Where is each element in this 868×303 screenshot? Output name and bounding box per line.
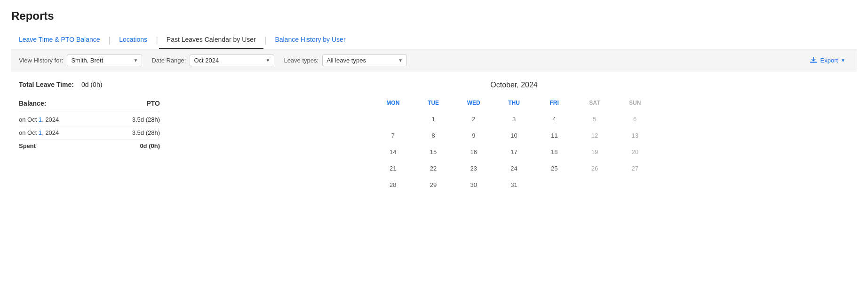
balance-row-2: on Oct 1, 2024 3.5d (28h) — [19, 126, 160, 140]
cal-header-thu: THU — [494, 97, 534, 109]
view-history-label: View History for: — [19, 57, 63, 64]
cal-header-sat: SAT — [574, 97, 615, 109]
balance-row-1-date: on Oct 1, 2024 — [19, 116, 59, 123]
user-select-value: Smith, Brett — [71, 57, 103, 64]
date-range-label: Date Range: — [151, 57, 186, 64]
leave-types-chevron: ▼ — [398, 58, 403, 63]
calendar-body: 1234567891011121314151617181920212223242… — [373, 111, 655, 193]
calendar-cell-w2-d6: 20 — [615, 144, 655, 160]
export-label: Export — [820, 57, 838, 64]
total-leave-label: Total Leave Time: — [19, 81, 74, 88]
calendar-cell-w1-d5: 12 — [574, 127, 615, 144]
calendar-cell-w1-d6: 13 — [615, 127, 655, 144]
calendar-cell-w0-d2: 2 — [454, 111, 494, 127]
calendar-cell-w2-d2: 16 — [454, 144, 494, 160]
balance-label: Balance: — [19, 100, 46, 107]
calendar-cell-w3-d1: 22 — [413, 160, 454, 177]
cal-header-sun: SUN — [615, 97, 655, 109]
calendar-cell-w4-d4 — [534, 177, 574, 193]
total-leave-section: Total Leave Time: 0d (0h) — [19, 81, 160, 88]
calendar-cell-w4-d2: 30 — [454, 177, 494, 193]
page-title: Reports — [11, 9, 857, 23]
cal-header-tue: TUE — [413, 97, 454, 109]
cal-header-mon: MON — [373, 97, 414, 109]
calendar-cell-w4-d0: 28 — [373, 177, 414, 193]
calendar-cell-w0-d1: 1 — [413, 111, 454, 127]
total-leave-value: 0d (0h) — [81, 81, 102, 88]
balance-col-header: PTO — [122, 100, 160, 107]
calendar-cell-w4-d1: 29 — [413, 177, 454, 193]
spent-label: Spent — [19, 142, 36, 149]
calendar-cell-w0-d6: 6 — [615, 111, 655, 127]
calendar-cell-w1-d2: 9 — [454, 127, 494, 144]
calendar-cell-w0-d0 — [373, 111, 414, 127]
tab-separator-1: | — [108, 36, 112, 44]
calendar-cell-w3-d6: 27 — [615, 160, 655, 177]
main-content: Total Leave Time: 0d (0h) Balance: PTO o… — [11, 71, 857, 202]
calendar-cell-w0-d4: 4 — [534, 111, 574, 127]
svg-rect-0 — [810, 62, 816, 63]
cal-header-wed: WED — [454, 97, 494, 109]
calendar-title: October, 2024 — [179, 81, 849, 89]
calendar-cell-w0-d5: 5 — [574, 111, 615, 127]
filter-bar: View History for: Smith, Brett ▼ Date Ra… — [11, 49, 857, 71]
spent-row: Spent 0d (0h) — [19, 140, 160, 152]
date-range-value: Oct 2024 — [194, 57, 219, 64]
calendar-cell-w3-d5: 26 — [574, 160, 615, 177]
user-select[interactable]: Smith, Brett ▼ — [67, 54, 142, 66]
tab-locations[interactable]: Locations — [111, 31, 155, 49]
balance-row-1: on Oct 1, 2024 3.5d (28h) — [19, 113, 160, 126]
calendar-cell-w2-d5: 19 — [574, 144, 615, 160]
export-button[interactable]: Export ▼ — [805, 54, 849, 66]
page-container: Reports Leave Time & PTO Balance | Locat… — [0, 0, 868, 212]
calendar-grid: MON TUE WED THU FRI SAT SUN 123456789101… — [373, 97, 655, 193]
balance-header: Balance: PTO — [19, 100, 160, 111]
calendar-cell-w3-d0: 21 — [373, 160, 414, 177]
tab-separator-2: | — [155, 36, 159, 44]
leave-types-select[interactable]: All leave types ▼ — [322, 54, 407, 66]
balance-row-1-link[interactable]: 1 — [39, 116, 42, 123]
calendar-header-row: MON TUE WED THU FRI SAT SUN — [373, 97, 655, 109]
calendar-cell-w3-d4: 25 — [534, 160, 574, 177]
calendar-cell-w0-d3: 3 — [494, 111, 534, 127]
balance-row-2-date: on Oct 1, 2024 — [19, 129, 59, 136]
date-range-group: Date Range: Oct 2024 ▼ — [151, 54, 274, 66]
calendar-cell-w2-d4: 18 — [534, 144, 574, 160]
leave-types-group: Leave types: All leave types ▼ — [284, 54, 407, 66]
calendar-cell-w1-d1: 8 — [413, 127, 454, 144]
balance-section: Balance: PTO on Oct 1, 2024 3.5d (28h) o… — [19, 100, 160, 152]
balance-row-2-link[interactable]: 1 — [39, 129, 42, 136]
user-select-chevron: ▼ — [134, 58, 138, 63]
spent-value: 0d (0h) — [122, 142, 160, 149]
leave-types-label: Leave types: — [284, 57, 319, 64]
calendar-cell-w1-d3: 10 — [494, 127, 534, 144]
cal-header-fri: FRI — [534, 97, 574, 109]
leave-types-value: All leave types — [326, 57, 366, 64]
tabs-bar: Leave Time & PTO Balance | Locations | P… — [11, 31, 857, 49]
calendar-cell-w3-d3: 24 — [494, 160, 534, 177]
calendar-cell-w1-d0: 7 — [373, 127, 414, 144]
calendar-cell-w2-d0: 14 — [373, 144, 414, 160]
tab-separator-3: | — [263, 36, 268, 44]
date-range-select[interactable]: Oct 2024 ▼ — [190, 54, 274, 66]
calendar-cell-w2-d1: 15 — [413, 144, 454, 160]
tab-balance-history[interactable]: Balance History by User — [267, 31, 353, 49]
calendar-cell-w4-d6 — [615, 177, 655, 193]
calendar-cell-w4-d5 — [574, 177, 615, 193]
calendar-cell-w1-d4: 11 — [534, 127, 574, 144]
export-icon — [809, 56, 818, 64]
view-history-group: View History for: Smith, Brett ▼ — [19, 54, 142, 66]
calendar-cell-w3-d2: 23 — [454, 160, 494, 177]
left-panel: Total Leave Time: 0d (0h) Balance: PTO o… — [19, 81, 160, 193]
calendar-panel: October, 2024 MON TUE WED THU FRI SAT SU… — [179, 81, 849, 193]
tab-past-leaves[interactable]: Past Leaves Calendar by User — [159, 31, 263, 49]
calendar-cell-w4-d3: 31 — [494, 177, 534, 193]
calendar-cell-w2-d3: 17 — [494, 144, 534, 160]
balance-row-2-value: 3.5d (28h) — [122, 129, 160, 136]
export-chevron: ▼ — [841, 58, 845, 63]
balance-row-1-value: 3.5d (28h) — [122, 116, 160, 123]
tab-leave-time[interactable]: Leave Time & PTO Balance — [11, 31, 108, 49]
date-range-chevron: ▼ — [266, 58, 271, 63]
